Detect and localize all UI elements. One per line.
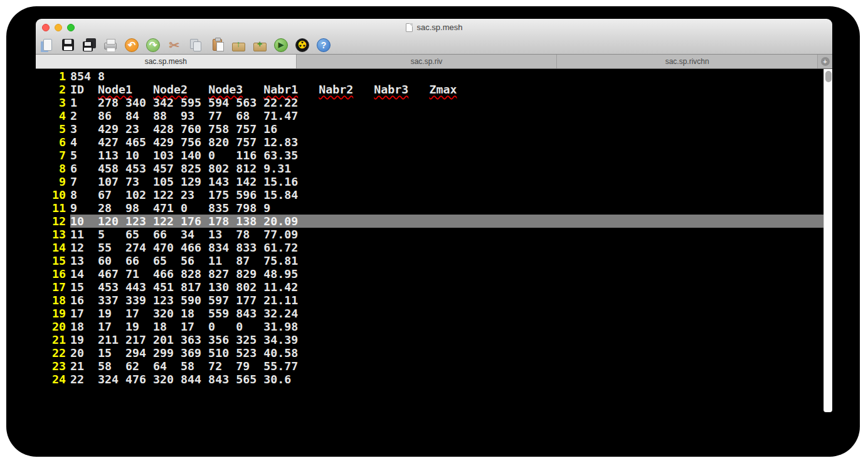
make-button[interactable]: ☢ [294,36,311,54]
editor-line[interactable]: 1917 19 17 320 18 559 843 32.24 [36,307,823,320]
zoom-button[interactable] [67,24,75,31]
line-text: 18 17 19 18 17 0 0 31.98 [70,320,823,333]
line-number: 9 [36,175,66,188]
toolbar: ↶↷✂↑+▶☢? [36,36,832,55]
line-text: 21 58 62 64 58 72 79 55.77 [70,359,823,373]
run-script-button[interactable]: ▶ [272,36,290,54]
editor-line[interactable]: 1816 337 339 123 590 597 177 21.11 [36,294,823,307]
line-number: 12 [36,215,66,228]
open-icon [43,39,52,51]
save-icon [62,39,74,51]
plus-icon: + [821,57,830,66]
line-text: 22 324 476 320 844 843 565 30.6 [70,373,823,386]
line-number: 7 [36,149,66,162]
redo-button[interactable]: ↷ [144,36,162,54]
tab-sac.sp.rivchn[interactable]: sac.sp.rivchn [556,55,817,68]
print-button[interactable] [102,36,119,54]
editor-line[interactable]: 1854 8 [36,70,823,83]
editor-line[interactable]: 97 107 73 105 129 143 142 15.16 [36,175,823,188]
line-number: 6 [36,136,66,149]
line-number: 24 [36,373,66,386]
tab-sac.sp.mesh[interactable]: sac.sp.mesh [36,55,296,68]
line-number: 19 [36,307,66,320]
editor-line[interactable]: 53 429 23 428 760 758 757 16 [36,122,823,136]
editor-line[interactable]: 2220 15 294 299 369 510 523 40.58 [36,346,823,359]
line-text: 8 67 102 122 23 175 596 15.84 [70,188,823,201]
line-number: 1 [36,70,66,83]
make-icon: ☢ [295,38,309,52]
editor-line[interactable]: 2018 17 19 18 17 0 0 31.98 [36,320,823,333]
traffic-lights [42,19,75,36]
editor-line[interactable]: 2321 58 62 64 58 72 79 55.77 [36,359,823,373]
paste-button[interactable] [208,36,226,54]
line-number: 11 [36,201,66,215]
close-button[interactable] [42,24,50,31]
editor-line[interactable]: 1513 60 66 65 56 11 87 75.81 [36,254,823,267]
editor-line[interactable]: 64 427 465 429 756 820 757 12.83 [36,136,823,149]
line-number: 3 [36,96,66,109]
save-button[interactable] [59,36,77,54]
editor-line[interactable]: 1412 55 274 470 466 834 833 61.72 [36,241,823,254]
editor-line[interactable]: 75 113 10 103 140 0 116 63.35 [36,149,823,162]
scrollbar-thumb[interactable] [825,71,832,82]
copy-button[interactable] [187,36,204,54]
print-icon [104,43,117,50]
line-text: 6 458 453 457 825 802 812 9.31 [70,162,823,175]
load-session-button[interactable]: ↑ [230,36,247,54]
undo-button[interactable]: ↶ [123,36,140,54]
paste-icon [213,39,222,51]
line-text: 14 467 71 466 828 827 829 48.95 [70,267,823,280]
editor-line[interactable]: 86 458 453 457 825 802 812 9.31 [36,162,823,175]
line-text: 1 278 340 342 595 594 563 22.22 [70,96,823,109]
editor-line[interactable]: 2119 211 217 201 363 356 325 34.39 [36,333,823,346]
save-all-button[interactable] [80,36,98,54]
line-number: 18 [36,294,66,307]
title-bar[interactable]: sac.sp.mesh [36,19,832,36]
line-text: 9 28 98 471 0 835 798 9 [70,201,823,215]
editor-line[interactable]: 2422 324 476 320 844 843 565 30.6 [36,373,823,386]
line-text: 13 60 66 65 56 11 87 75.81 [70,254,823,267]
editor-line[interactable]: 119 28 98 471 0 835 798 9 [36,201,823,215]
line-text: 17 19 17 320 18 559 843 32.24 [70,307,823,320]
editor-line[interactable]: 2ID Node1 Node2 Node3 Nabr1 Nabr2 Nabr3 … [36,83,823,96]
undo-icon: ↶ [125,38,139,52]
line-number: 4 [36,109,66,122]
help-icon: ? [317,38,331,52]
line-text: 7 107 73 105 129 143 142 15.16 [70,175,823,188]
editor-line[interactable]: 108 67 102 122 23 175 596 15.84 [36,188,823,201]
line-text: 2 86 84 88 93 77 68 71.47 [70,109,823,122]
copy-icon [193,41,201,51]
tab-sac.sp.riv[interactable]: sac.sp.riv [296,55,557,68]
open-button[interactable] [38,36,55,54]
line-text: 5 113 10 103 140 0 116 63.35 [70,149,823,162]
minimize-button[interactable] [55,24,62,31]
title-group: sac.sp.mesh [406,23,463,32]
editor-line[interactable]: 31 278 340 342 595 594 563 22.22 [36,96,823,109]
cut-button[interactable]: ✂ [166,36,183,54]
editor-line[interactable]: 1614 467 71 466 828 827 829 48.95 [36,267,823,280]
line-number: 10 [36,188,66,201]
line-number: 23 [36,359,66,373]
save-session-icon: + [253,43,267,51]
tab-bar: sac.sp.meshsac.sp.rivsac.sp.rivchn+ [36,55,832,69]
line-number: 21 [36,333,66,346]
editor-line[interactable]: 1311 5 65 66 34 13 78 77.09 [36,228,823,241]
save-session-button[interactable]: + [251,36,268,54]
document-proxy-icon[interactable] [406,23,413,32]
editor-line[interactable]: 42 86 84 88 93 77 68 71.47 [36,109,823,122]
macvim-window: sac.sp.mesh ↶↷✂↑+▶☢? sac.sp.meshsac.sp.r… [36,19,832,412]
window-shadow-backdrop: sac.sp.mesh ↶↷✂↑+▶☢? sac.sp.meshsac.sp.r… [6,6,860,457]
line-text: ID Node1 Node2 Node3 Nabr1 Nabr2 Nabr3 Z… [70,83,823,96]
window-title: sac.sp.mesh [417,23,463,32]
editor-area[interactable]: 1854 82ID Node1 Node2 Node3 Nabr1 Nabr2 … [36,69,832,412]
add-tab-button[interactable]: + [817,55,832,68]
editor-line[interactable]: 1715 453 443 451 817 130 802 11.42 [36,280,823,294]
vertical-scrollbar[interactable] [823,69,832,412]
line-number: 20 [36,320,66,333]
help-button[interactable]: ? [315,36,332,54]
cut-icon: ✂ [169,38,180,53]
editor-lines: 1854 82ID Node1 Node2 Node3 Nabr1 Nabr2 … [36,70,823,386]
run-script-icon: ▶ [274,38,288,52]
editor-line[interactable]: 1210 120 123 122 176 178 138 20.09 [36,215,823,228]
line-text: 15 453 443 451 817 130 802 11.42 [70,280,823,294]
